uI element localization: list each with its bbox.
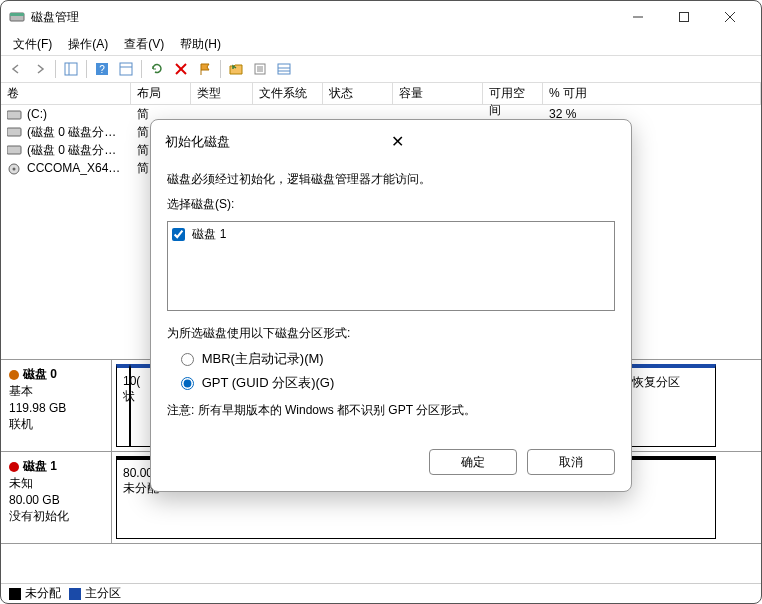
menu-bar: 文件(F) 操作(A) 查看(V) 帮助(H)	[1, 33, 761, 55]
partition-style-label: 为所选磁盘使用以下磁盘分区形式:	[167, 325, 615, 342]
toolbar: ?	[1, 55, 761, 83]
forward-button[interactable]	[29, 58, 51, 80]
dialog-title: 初始化磁盘	[165, 133, 385, 151]
content-area: 卷 布局 类型 文件系统 状态 容量 可用空间 % 可用 (C:)简32 %(磁…	[1, 83, 761, 603]
gpt-radio[interactable]	[181, 377, 194, 390]
svg-rect-10	[120, 63, 132, 75]
select-disk-label: 选择磁盘(S):	[167, 196, 615, 213]
minimize-button[interactable]	[615, 1, 661, 33]
list-icon[interactable]	[273, 58, 295, 80]
ok-button[interactable]: 确定	[429, 449, 517, 475]
settings-icon[interactable]	[115, 58, 137, 80]
svg-rect-6	[65, 63, 77, 75]
delete-icon[interactable]	[170, 58, 192, 80]
menu-view[interactable]: 查看(V)	[116, 34, 172, 55]
flag-icon[interactable]	[194, 58, 216, 80]
initialize-disk-dialog: 初始化磁盘 ✕ 磁盘必须经过初始化，逻辑磁盘管理器才能访问。 选择磁盘(S): …	[150, 119, 632, 492]
app-icon	[9, 9, 25, 25]
show-hide-button[interactable]	[60, 58, 82, 80]
mbr-radio[interactable]	[181, 353, 194, 366]
folder-icon[interactable]	[225, 58, 247, 80]
dialog-note: 注意: 所有早期版本的 Windows 都不识别 GPT 分区形式。	[167, 402, 615, 419]
mbr-option[interactable]: MBR(主启动记录)(M)	[181, 350, 615, 368]
modal-overlay: 初始化磁盘 ✕ 磁盘必须经过初始化，逻辑磁盘管理器才能访问。 选择磁盘(S): …	[1, 83, 761, 603]
dialog-close-button[interactable]: ✕	[385, 130, 617, 153]
menu-help[interactable]: 帮助(H)	[172, 34, 229, 55]
svg-text:?: ?	[99, 64, 105, 75]
back-button[interactable]	[5, 58, 27, 80]
menu-file[interactable]: 文件(F)	[5, 34, 60, 55]
gpt-option[interactable]: GPT (GUID 分区表)(G)	[181, 374, 615, 392]
close-button[interactable]	[707, 1, 753, 33]
refresh-icon[interactable]	[146, 58, 168, 80]
window-title: 磁盘管理	[31, 9, 615, 26]
disk-option[interactable]: 磁盘 1	[172, 226, 610, 243]
svg-rect-18	[278, 64, 290, 74]
cancel-button[interactable]: 取消	[527, 449, 615, 475]
help-icon[interactable]: ?	[91, 58, 113, 80]
disk-select-list[interactable]: 磁盘 1	[167, 221, 615, 311]
title-bar: 磁盘管理	[1, 1, 761, 33]
properties-icon[interactable]	[249, 58, 271, 80]
disk-1-checkbox[interactable]	[172, 228, 185, 241]
menu-action[interactable]: 操作(A)	[60, 34, 116, 55]
dialog-message: 磁盘必须经过初始化，逻辑磁盘管理器才能访问。	[167, 171, 615, 188]
maximize-button[interactable]	[661, 1, 707, 33]
svg-rect-1	[10, 13, 24, 16]
svg-rect-3	[680, 13, 689, 22]
